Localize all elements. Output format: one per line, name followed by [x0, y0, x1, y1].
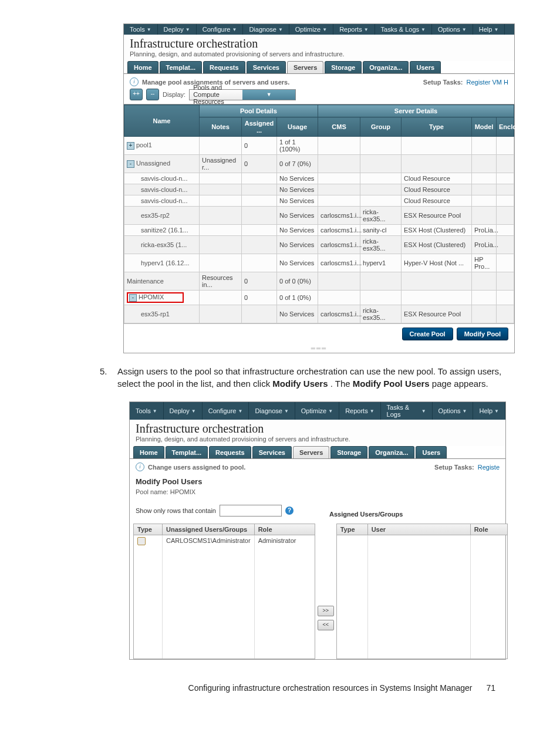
expand-all-button[interactable]: ++: [130, 89, 143, 100]
menu-help[interactable]: Help▼: [473, 402, 505, 420]
col-enclosure[interactable]: Enclosur: [497, 117, 514, 137]
tab-requests[interactable]: Requests: [203, 61, 245, 73]
menu-tools[interactable]: Tools▼: [130, 402, 164, 420]
page-subtitle: Planning, design, and automated provisio…: [136, 436, 500, 443]
col-type[interactable]: Type: [134, 524, 163, 535]
table-row[interactable]: -HPOMIX00 of 1 (0%): [124, 291, 514, 305]
menu-configure[interactable]: Configure▼: [203, 402, 249, 420]
col-type[interactable]: Type: [402, 117, 472, 137]
table-row[interactable]: ricka-esx35 (1...No Servicescarloscms1.i…: [124, 236, 514, 254]
display-select-value: Pools and Compute Resources: [190, 84, 242, 105]
table-row[interactable]: +pool101 of 1 (100%): [124, 137, 514, 155]
tab-templat[interactable]: Templat...: [160, 61, 203, 73]
col-usage[interactable]: Usage: [277, 117, 318, 137]
menubar: Tools▼Deploy▼Configure▼Diagnose▼Optimize…: [130, 402, 505, 420]
display-select[interactable]: Pools and Compute Resources ▼: [189, 89, 296, 100]
register-vm-link[interactable]: Register VM H: [466, 79, 508, 86]
assigned-users-title: Assigned Users/Groups: [329, 511, 500, 520]
create-pool-button[interactable]: Create Pool: [402, 328, 453, 340]
col-model[interactable]: Model: [472, 117, 497, 137]
menu-reports[interactable]: Reports▼: [339, 402, 380, 420]
page-number: 71: [486, 683, 495, 693]
menu-diagnose[interactable]: Diagnose▼: [249, 402, 295, 420]
page-title: Infrastructure orchestration: [130, 37, 508, 50]
menu-optimize[interactable]: Optimize▼: [289, 24, 333, 35]
tab-servers[interactable]: Servers: [293, 446, 329, 458]
menu-tools[interactable]: Tools▼: [124, 24, 158, 35]
col-cms[interactable]: CMS: [318, 117, 360, 137]
register-link[interactable]: Registe: [478, 464, 500, 471]
tab-storage[interactable]: Storage: [325, 61, 362, 73]
tab-home[interactable]: Home: [133, 446, 164, 458]
menu-reports[interactable]: Reports▼: [333, 24, 375, 35]
menu-tasks-logs[interactable]: Tasks & Logs▼: [375, 24, 432, 35]
assigned-panel: Type User Role: [336, 524, 508, 659]
info-message: Change users assigned to pool.: [148, 464, 434, 471]
step-text: Assign users to the pool so that infrast…: [117, 366, 501, 389]
info-bar: i Change users assigned to pool. Setup T…: [130, 459, 505, 474]
table-row[interactable]: savvis-cloud-n...No ServicesCloud Resour…: [124, 173, 514, 184]
col-name[interactable]: Name: [124, 105, 200, 137]
help-icon[interactable]: ?: [285, 507, 294, 515]
setup-label: Setup Tasks:: [423, 79, 463, 86]
col-assigned[interactable]: Assigned ...: [242, 117, 277, 137]
menu-deploy[interactable]: Deploy▼: [158, 24, 197, 35]
pool-name-label: Pool name: HPOMIX: [136, 487, 500, 501]
tab-users[interactable]: Users: [416, 446, 447, 458]
instruction-step: 5. Assign users to the pool so that infr…: [88, 365, 525, 390]
section-server-details: Server Details: [318, 105, 514, 117]
table-row[interactable]: esx35-rp1No Servicescarloscms1.i...ricka…: [124, 305, 514, 323]
col-notes[interactable]: Notes: [200, 117, 242, 137]
tab-services[interactable]: Services: [247, 61, 286, 73]
table-row[interactable]: sanitize2 (16.1...No Servicescarloscms1.…: [124, 225, 514, 236]
setup-label: Setup Tasks:: [434, 464, 474, 471]
tab-servers[interactable]: Servers: [287, 61, 323, 73]
tab-organiza[interactable]: Organiza...: [363, 61, 409, 73]
unassigned-panel: Type Unassigned Users/Groups Role CARLOS…: [133, 524, 315, 659]
info-message: Manage pool assignments of servers and u…: [142, 79, 423, 86]
col-role[interactable]: Role: [471, 524, 507, 535]
tab-organiza[interactable]: Organiza...: [369, 446, 414, 458]
col-unassigned[interactable]: Unassigned Users/Groups: [163, 524, 255, 535]
tab-storage[interactable]: Storage: [330, 446, 367, 458]
menu-deploy[interactable]: Deploy▼: [164, 402, 203, 420]
move-left-button[interactable]: <<: [318, 620, 334, 630]
table-row[interactable]: savvis-cloud-n...No ServicesCloud Resour…: [124, 184, 514, 195]
tab-requests[interactable]: Requests: [209, 446, 251, 458]
unassigned-user-row[interactable]: CARLOSCMS1\Administrator: [163, 535, 255, 659]
collapse-icon[interactable]: -: [127, 160, 134, 168]
tab-users[interactable]: Users: [410, 61, 441, 73]
header: Infrastructure orchestration Planning, d…: [130, 420, 505, 446]
info-bar: i Manage pool assignments of servers and…: [124, 74, 514, 89]
col-type[interactable]: Type: [337, 524, 368, 535]
menu-tasks-logs[interactable]: Tasks & Logs▼: [381, 402, 433, 420]
user-icon: [137, 537, 146, 545]
table-row[interactable]: savvis-cloud-n...No ServicesCloud Resour…: [124, 195, 514, 207]
menu-diagnose[interactable]: Diagnose▼: [243, 24, 289, 35]
menu-options[interactable]: Options▼: [433, 402, 474, 420]
modify-pool-button[interactable]: Modify Pool: [457, 328, 508, 340]
col-group[interactable]: Group: [360, 117, 402, 137]
table-row[interactable]: MaintenanceResources in...00 of 0 (0%): [124, 272, 514, 291]
tab-templat[interactable]: Templat...: [166, 446, 208, 458]
collapse-icon[interactable]: -: [129, 294, 137, 302]
menubar: Tools▼Deploy▼Configure▼Diagnose▼Optimize…: [124, 24, 514, 35]
filter-input[interactable]: [220, 505, 282, 517]
move-right-button[interactable]: >>: [318, 606, 334, 616]
collapse-all-button[interactable]: --: [146, 89, 159, 100]
expand-icon[interactable]: +: [127, 142, 134, 150]
col-role[interactable]: Role: [255, 524, 315, 535]
tab-home[interactable]: Home: [127, 61, 158, 73]
menu-options[interactable]: Options▼: [432, 24, 473, 35]
chevron-down-icon: ▼: [242, 90, 295, 100]
table-row[interactable]: hyperv1 (16.12...No Servicescarloscms1.i…: [124, 254, 514, 272]
menu-configure[interactable]: Configure▼: [197, 24, 244, 35]
tab-services[interactable]: Services: [252, 446, 292, 458]
table-row[interactable]: -UnassignedUnassigned r...00 of 7 (0%): [124, 155, 514, 173]
menu-optimize[interactable]: Optimize▼: [295, 402, 339, 420]
info-icon: i: [130, 77, 139, 86]
menu-help[interactable]: Help▼: [473, 24, 505, 35]
col-user[interactable]: User: [368, 524, 471, 535]
table-row[interactable]: esx35-rp2No Servicescarloscms1.i...ricka…: [124, 207, 514, 225]
resize-grip-icon[interactable]: ═══: [124, 344, 514, 353]
